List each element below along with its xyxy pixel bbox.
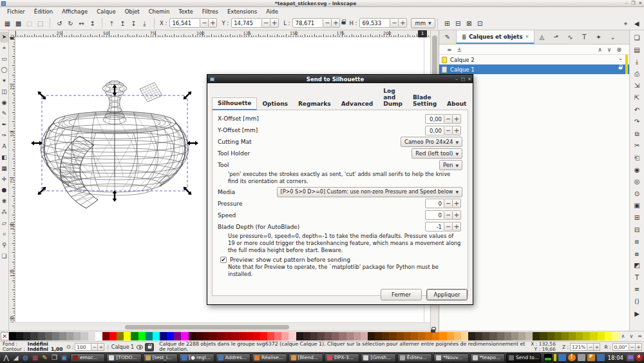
spin-increment[interactable]: + (453, 199, 461, 208)
palette-swatch[interactable] (95, 332, 102, 340)
fill-stroke-dialog[interactable]: ◩ (631, 260, 643, 272)
move-gradients-toggle[interactable]: ⊞ (442, 17, 453, 29)
taskbar-window-editeu[interactable]: Éditeu... (397, 353, 432, 362)
palette-swatch[interactable] (246, 332, 253, 340)
spin-value[interactable]: 0 (425, 199, 444, 208)
x-field[interactable]: 16,541 (169, 18, 200, 28)
menu-filtres[interactable]: Filtres (198, 8, 223, 15)
layer-row-calque-1[interactable]: Calque 1 (439, 64, 629, 74)
node-tool[interactable]: ⌖ (0, 43, 8, 54)
duplicate[interactable]: ▣ (631, 200, 643, 212)
opacity-field[interactable]: 100 (75, 343, 91, 351)
print[interactable]: ⎙ (631, 68, 643, 81)
text-dialog-tab[interactable]: T (577, 30, 591, 44)
spin-value[interactable]: 0,00 (425, 114, 444, 124)
palette-swatch[interactable] (274, 332, 281, 340)
import[interactable]: ⇲ (631, 80, 643, 92)
menu-extensions[interactable]: Extensions (223, 8, 261, 15)
swatches-dialog-tab[interactable]: ✦ (591, 30, 605, 44)
palette-swatch[interactable] (9, 332, 16, 340)
palette-swatch[interactable] (310, 332, 317, 340)
palette-swatch[interactable] (189, 332, 196, 340)
menu-edition[interactable]: Édition (30, 8, 57, 15)
clipboard-manager-icon[interactable]: P (587, 354, 595, 361)
horizontal-scrollbar[interactable] (15, 322, 430, 331)
snapbar-collapse[interactable]: ◀ (631, 17, 642, 29)
layer-expander-icon[interactable]: ⌄ (618, 55, 623, 61)
palette-swatch[interactable] (231, 332, 238, 340)
create-clone[interactable]: ⊞ (631, 212, 643, 224)
windows-launcher[interactable]: ❐ (50, 353, 59, 362)
layer-row-calque-2[interactable]: Calque 2⌄ (439, 55, 629, 64)
palette-swatch[interactable] (569, 332, 576, 340)
width-decrement[interactable]: − (323, 18, 332, 28)
stroke-value[interactable]: Indéfini (28, 347, 48, 352)
ellipse-tool[interactable]: ◯ (0, 64, 8, 75)
close-button[interactable]: Fermer (381, 289, 422, 300)
palette-swatch[interactable] (361, 332, 368, 340)
menu-aide[interactable]: Aide (261, 8, 283, 15)
palette-swatch[interactable] (533, 332, 540, 340)
zoom-field[interactable]: 121% (570, 343, 587, 351)
spin-value[interactable]: 0 (425, 210, 444, 220)
palette-swatch[interactable] (217, 332, 224, 340)
pages-tool[interactable]: ❏ (0, 251, 8, 262)
palette-swatch[interactable] (317, 332, 325, 340)
palette-swatch[interactable] (146, 332, 153, 340)
stroke-width-value[interactable]: 1,00 (51, 347, 63, 352)
undo[interactable]: ↶ (631, 104, 643, 117)
unit-combo[interactable]: mm▼ (411, 18, 435, 28)
palette-swatch[interactable] (518, 332, 526, 340)
rectangle-tool[interactable]: ▭ (0, 54, 8, 64)
palette-swatch[interactable] (224, 332, 231, 340)
indicator-bar-icon[interactable] (554, 354, 556, 361)
lock-ratio-icon[interactable] (342, 21, 346, 25)
dialog-tab-silhouette[interactable]: Silhouette (212, 97, 257, 110)
palette-swatch[interactable] (38, 332, 45, 340)
palette-swatch[interactable] (109, 332, 117, 340)
close-icon[interactable]: ✕ (525, 34, 529, 39)
palette-swatch[interactable] (102, 332, 109, 340)
palette-swatch[interactable] (554, 332, 562, 340)
power-icon[interactable] (636, 354, 643, 361)
spray-tool[interactable]: ⁂ (0, 207, 8, 218)
selection-scale-handle[interactable] (36, 185, 48, 197)
open-document[interactable]: ▤ (631, 44, 643, 57)
no-color-swatch[interactable] (1, 332, 9, 340)
zoom-selection[interactable]: ◉ (631, 164, 643, 177)
palette-swatch[interactable] (181, 332, 188, 340)
taskbar-window-addres[interactable]: Addres... (216, 353, 251, 362)
new-document[interactable]: ❏ (631, 32, 643, 44)
palette-swatch[interactable] (418, 332, 425, 340)
taskbar-window-regl[interactable]: [● regl... (179, 353, 214, 362)
palette-swatch[interactable] (289, 332, 296, 340)
layer-blend-mode[interactable]: ≖ (444, 46, 455, 53)
layout-switch-icon[interactable] (578, 354, 585, 361)
palette-swatch[interactable] (375, 332, 382, 340)
spin-increment[interactable]: + (453, 114, 461, 124)
palette-menu-icon[interactable]: ≡ (636, 333, 644, 339)
palette-scroll-down[interactable]: ∨ (627, 333, 636, 339)
pencil-tool[interactable]: ✎ (0, 108, 8, 119)
calligraphy-tool[interactable]: ✑ (0, 130, 8, 141)
gradient-tool[interactable]: ◧ (0, 152, 8, 163)
flip-horizontal[interactable]: ↔ (76, 17, 87, 29)
palette-swatch[interactable] (66, 332, 73, 340)
spin-increment[interactable]: + (453, 126, 461, 135)
tweak-tool[interactable]: ❋ (0, 196, 8, 207)
width-field[interactable]: 78,671 (292, 18, 323, 28)
dialog-tab-log-and-dump[interactable]: Log and Dump (378, 86, 408, 110)
move-layer-up[interactable]: ∧ (595, 46, 605, 53)
export[interactable]: ⇱ (631, 92, 643, 104)
menu-chemin[interactable]: Chemin (144, 8, 175, 15)
palette-swatch[interactable] (562, 332, 569, 340)
delete-layer[interactable]: ⊗ (614, 46, 624, 53)
xml-editor[interactable]: ⟨⟩ (631, 296, 643, 308)
menu-objet[interactable]: Objet (120, 8, 144, 15)
menu-fichier[interactable]: Fichier (3, 8, 30, 15)
taskbar-window-send-to[interactable]: Send to... (506, 353, 541, 362)
palette-swatch[interactable] (196, 332, 203, 340)
palette-swatch[interactable] (475, 332, 482, 340)
minimize-all[interactable]: ◢ (11, 353, 21, 362)
palette-swatch[interactable] (325, 332, 332, 340)
